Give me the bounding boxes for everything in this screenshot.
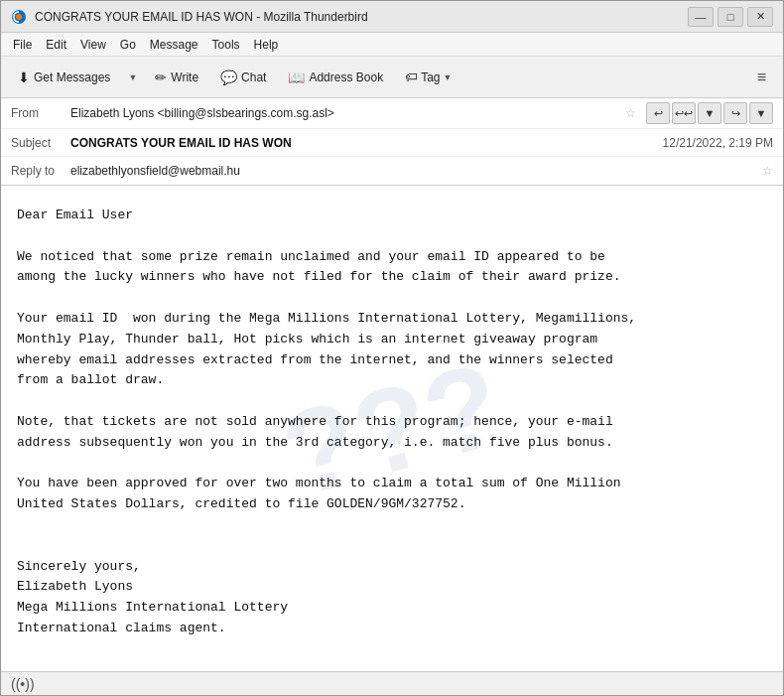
write-label: Write	[171, 70, 198, 84]
hamburger-icon: ≡	[757, 69, 766, 85]
get-messages-dropdown-button[interactable]: ▼	[123, 68, 142, 87]
reply-button[interactable]: ↩	[646, 102, 670, 124]
chat-button[interactable]: 💬 Chat	[211, 65, 275, 90]
address-book-icon: 📖	[288, 70, 305, 85]
toolbar: ⬇ Get Messages ▼ ✏ Write 💬 Chat 📖 Addres…	[1, 57, 783, 98]
hamburger-menu-button[interactable]: ≡	[748, 64, 775, 91]
address-book-button[interactable]: 📖 Address Book	[279, 65, 392, 90]
subject-value: CONGRATS YOUR EMAIL ID HAS WON	[70, 136, 663, 150]
title-bar-controls: — □ ✕	[688, 7, 773, 27]
email-content: Dear Email User We noticed that some pri…	[17, 206, 767, 639]
subject-label: Subject	[11, 136, 70, 150]
reply-to-row: Reply to elizabethlyonsfield@webmail.hu …	[1, 157, 783, 185]
maximize-button[interactable]: □	[718, 7, 743, 27]
tag-button[interactable]: 🏷 Tag ▼	[396, 66, 460, 88]
app-icon	[11, 9, 27, 25]
get-messages-arrow-icon: ▼	[128, 72, 137, 82]
email-timestamp: 12/21/2022, 2:19 PM	[663, 136, 773, 150]
email-header: From Elizabeth Lyons <billing@slsbearing…	[1, 98, 783, 186]
email-body: ??? Dear Email User We noticed that some…	[1, 186, 783, 671]
minimize-button[interactable]: —	[688, 7, 714, 27]
close-button[interactable]: ✕	[747, 7, 773, 27]
reply-to-value: elizabethlyonsfield@webmail.hu	[70, 164, 756, 178]
get-messages-button[interactable]: ⬇ Get Messages	[9, 65, 119, 90]
tag-icon: 🏷	[405, 70, 418, 84]
menu-bar: File Edit View Go Message Tools Help	[1, 33, 783, 57]
connection-status-icon: ((•))	[11, 676, 35, 692]
menu-go[interactable]: Go	[114, 36, 142, 54]
nav-down-button[interactable]: ▼	[698, 102, 721, 124]
from-row: From Elizabeth Lyons <billing@slsbearing…	[1, 98, 783, 129]
chat-label: Chat	[241, 70, 266, 84]
from-value: Elizabeth Lyons <billing@slsbearings.com…	[70, 106, 619, 120]
forward-button[interactable]: ↪	[723, 102, 747, 124]
reply-all-button[interactable]: ↩↩	[672, 102, 696, 124]
svg-point-1	[16, 14, 22, 20]
reply-to-star-icon[interactable]: ☆	[762, 164, 773, 178]
window-title: CONGRATS YOUR EMAIL ID HAS WON - Mozilla…	[35, 10, 368, 24]
reply-to-label: Reply to	[11, 164, 70, 178]
menu-view[interactable]: View	[74, 36, 112, 54]
menu-help[interactable]: Help	[248, 36, 285, 54]
main-window: CONGRATS YOUR EMAIL ID HAS WON - Mozilla…	[0, 0, 784, 696]
get-messages-icon: ⬇	[18, 70, 30, 85]
from-label: From	[11, 106, 70, 120]
address-book-label: Address Book	[309, 70, 383, 84]
subject-row: Subject CONGRATS YOUR EMAIL ID HAS WON 1…	[1, 129, 783, 157]
menu-file[interactable]: File	[7, 36, 38, 54]
write-icon: ✏	[155, 70, 167, 85]
tag-arrow-icon: ▼	[444, 72, 453, 82]
menu-tools[interactable]: Tools	[206, 36, 246, 54]
status-bar: ((•))	[1, 671, 783, 695]
tag-label: Tag	[421, 70, 440, 84]
chat-icon: 💬	[220, 70, 237, 85]
get-messages-label: Get Messages	[34, 70, 110, 84]
title-bar: CONGRATS YOUR EMAIL ID HAS WON - Mozilla…	[1, 1, 783, 33]
navigation-arrows: ↩ ↩↩ ▼ ↪ ▼	[646, 102, 773, 124]
menu-message[interactable]: Message	[144, 36, 204, 54]
from-star-icon[interactable]: ☆	[625, 106, 636, 120]
menu-edit[interactable]: Edit	[40, 36, 72, 54]
title-bar-left: CONGRATS YOUR EMAIL ID HAS WON - Mozilla…	[11, 9, 368, 25]
more-button[interactable]: ▼	[749, 102, 773, 124]
write-button[interactable]: ✏ Write	[146, 65, 207, 90]
